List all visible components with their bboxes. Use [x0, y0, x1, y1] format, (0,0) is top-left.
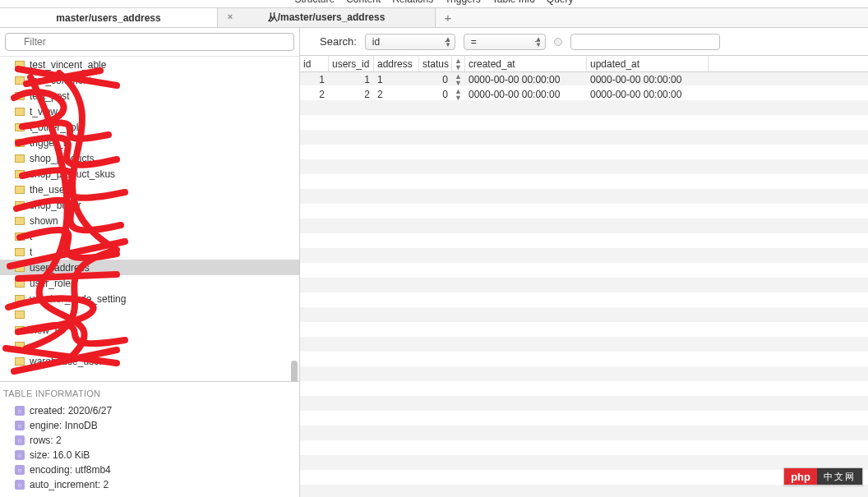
col-id[interactable]: id [300, 56, 329, 71]
table-info-row: ○auto_increment: 2 [3, 477, 296, 492]
table-info-text: created: 2020/6/27 [30, 405, 112, 416]
scrollbar-thumb[interactable] [291, 361, 298, 381]
table-icon [15, 326, 25, 334]
col-spacer [709, 56, 868, 71]
table-info-text: engine: InnoDB [30, 420, 98, 431]
table-row[interactable]: 2220▲▼0000-00-00 00:00:000000-00-00 00:0… [300, 87, 868, 102]
table-info-row: ○size: 16.0 KiB [3, 448, 296, 462]
cell[interactable]: 0 [419, 72, 452, 87]
col-status[interactable]: status [419, 56, 452, 71]
cell[interactable]: 0000-00-00 00:00:00 [465, 87, 587, 102]
table-item[interactable]: test_vincent_able [0, 57, 299, 72]
table-item[interactable]: view_us [0, 322, 299, 338]
table-item[interactable]: test_post [0, 88, 299, 104]
table-item[interactable]: shop_buyer [0, 197, 299, 213]
filter-input[interactable] [5, 33, 294, 51]
table-icon [15, 139, 25, 147]
table-item[interactable]: user_address [0, 260, 299, 275]
table-item[interactable]: warehouse_users [0, 353, 299, 369]
table-item[interactable]: user_role [0, 275, 299, 291]
col-users-id[interactable]: users_id [329, 56, 374, 71]
search-input[interactable] [570, 34, 720, 50]
table-icon [15, 76, 25, 85]
info-badge-icon: ○ [15, 450, 25, 460]
table-item[interactable]: test_comment [0, 72, 299, 88]
table-item[interactable] [0, 306, 299, 322]
table-info-text: auto_increment: 2 [30, 479, 108, 490]
search-label: Search: [320, 35, 357, 48]
table-item[interactable]: shown [0, 213, 299, 228]
table-icon [15, 61, 25, 69]
table-item-label: test_comment [30, 75, 91, 86]
cell[interactable]: 1 [329, 72, 374, 87]
sidebar: test_vincent_abletest_commenttest_postt_… [0, 28, 300, 497]
col-created[interactable]: created_at [465, 56, 587, 71]
table-icon [15, 311, 25, 319]
cell-spacer [709, 87, 868, 102]
table-icon [15, 279, 25, 288]
data-grid[interactable]: id users_id address status ▲▼ created_at… [300, 56, 868, 497]
table-item[interactable] [0, 338, 299, 353]
table-item-label: trigger_t [30, 137, 66, 149]
cell[interactable]: 0 [419, 87, 452, 102]
table-item[interactable]: t_other_cols [0, 119, 299, 135]
table-item[interactable]: voucher_code_setting [0, 291, 299, 306]
table-info-text: encoding: utf8mb4 [30, 464, 111, 476]
tab-1[interactable]: × 从/master/users_address [218, 8, 436, 27]
table-item-label: t [30, 246, 32, 258]
info-badge-icon: ○ [15, 421, 25, 430]
close-icon[interactable]: × [224, 12, 236, 23]
table-item[interactable]: t_view [0, 104, 299, 119]
search-operator-select[interactable]: = ▲▼ [464, 34, 546, 50]
table-info-row: ○created: 2020/6/27 [3, 403, 296, 418]
table-info-heading: TABLE INFORMATION [3, 389, 296, 398]
search-toggle-dot[interactable] [554, 38, 562, 46]
new-tab-button[interactable]: + [436, 8, 460, 27]
cell[interactable]: 1 [300, 72, 329, 87]
tab-0[interactable]: master/users_address [0, 8, 218, 27]
row-sort-icon[interactable]: ▲▼ [452, 72, 465, 87]
col-sort-icon[interactable]: ▲▼ [452, 56, 465, 71]
table-info-row: ○encoding: utf8mb4 [3, 462, 296, 477]
cell[interactable]: 0000-00-00 00:00:00 [465, 72, 587, 87]
tab-label: 从/master/users_address [268, 11, 386, 25]
table-item[interactable]: shop_products [0, 150, 299, 166]
table-icon [15, 342, 25, 350]
table-item[interactable]: the_users [0, 182, 299, 197]
cell[interactable]: 0000-00-00 00:00:00 [587, 72, 709, 87]
table-info-panel: TABLE INFORMATION ○created: 2020/6/27○en… [0, 381, 299, 497]
cell[interactable]: 0000-00-00 00:00:00 [587, 87, 709, 102]
table-item-label: test_vincent_able [30, 59, 106, 71]
sidebar-filter [0, 28, 299, 57]
col-updated[interactable]: updated_at [587, 56, 709, 71]
tables-list[interactable]: test_vincent_abletest_commenttest_postt_… [0, 57, 299, 381]
table-icon [15, 217, 25, 225]
grid-header: id users_id address status ▲▼ created_at… [300, 56, 868, 72]
table-item-label: test_post [30, 90, 70, 102]
table-item-label: user_role [30, 278, 71, 289]
php-cn-label: 中文网 [817, 468, 862, 485]
table-item[interactable]: t [0, 244, 299, 260]
table-item-label: warehouse_users [30, 356, 108, 367]
table-item[interactable]: t [0, 228, 299, 244]
cell[interactable]: 2 [300, 87, 329, 102]
connection-tabs: master/users_address × 从/master/users_ad… [0, 8, 868, 28]
table-info-text: size: 16.0 KiB [30, 449, 90, 461]
cell[interactable]: 2 [329, 87, 374, 102]
table-row[interactable]: 1110▲▼0000-00-00 00:00:000000-00-00 00:0… [300, 72, 868, 87]
table-icon [15, 264, 25, 272]
main-pane: Search: id ▲▼ = ▲▼ id users_id address s… [300, 28, 868, 497]
tab-label: master/users_address [56, 12, 160, 24]
cell[interactable]: 2 [374, 87, 419, 102]
table-item-label: user_address [30, 262, 90, 274]
row-sort-icon[interactable]: ▲▼ [452, 87, 465, 102]
search-field-select[interactable]: id ▲▼ [365, 34, 455, 50]
cell[interactable]: 1 [374, 72, 419, 87]
info-badge-icon: ○ [15, 465, 25, 475]
col-address[interactable]: address [374, 56, 419, 71]
info-badge-icon: ○ [15, 406, 25, 416]
table-item[interactable]: shop_product_skus [0, 166, 299, 182]
table-info-text: rows: 2 [30, 435, 62, 446]
cell-spacer [709, 72, 868, 87]
table-item[interactable]: trigger_t [0, 135, 299, 150]
